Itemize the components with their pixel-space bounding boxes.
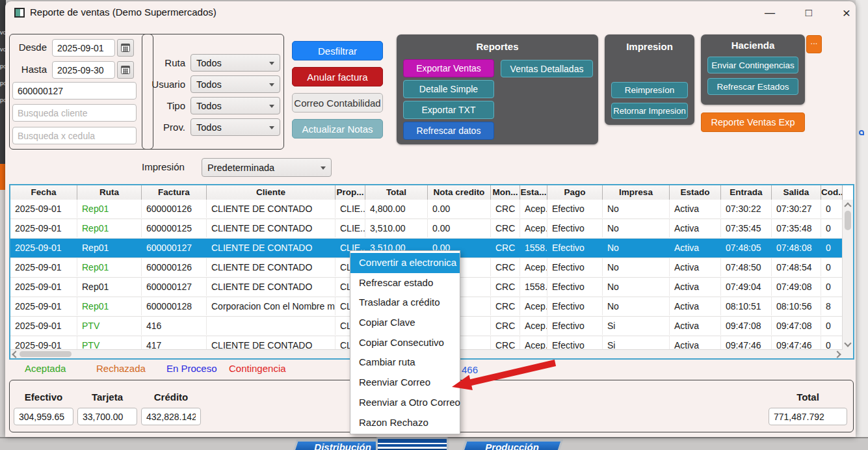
anular-factura-button[interactable]: Anular factura	[292, 67, 383, 86]
impresion-combo[interactable]: Predeterminada	[202, 158, 332, 177]
exportar-ventas-button[interactable]: Exportar Ventas	[403, 59, 494, 77]
table-cell: 600000127	[142, 278, 207, 296]
retornar-impresion-button[interactable]: Retornar Impresion	[611, 103, 688, 119]
table-header-row: FechaRutaFacturaClienteProp...TotalNota …	[10, 185, 853, 200]
column-header[interactable]: Factura	[142, 185, 207, 200]
context-menu-item[interactable]: Reenviar Correo	[350, 373, 460, 393]
table-cell: Si	[603, 317, 670, 335]
scroll-down-icon[interactable]	[844, 339, 851, 347]
detalle-simple-button[interactable]: Detalle Simple	[403, 80, 494, 98]
table-cell: Acep...	[520, 258, 547, 276]
column-header[interactable]: Esta...	[520, 185, 547, 200]
horizontal-scrollbar-thumb[interactable]	[20, 351, 72, 357]
refrescar-estados-button[interactable]: Refrescar Estados	[707, 78, 798, 95]
column-header[interactable]: Total	[365, 185, 428, 200]
calendar-icon	[121, 66, 130, 74]
vertical-scrollbar[interactable]	[842, 200, 853, 350]
tarjeta-total-input[interactable]	[77, 408, 137, 425]
credito-total-input[interactable]	[141, 408, 201, 425]
more-button[interactable]: ...	[806, 35, 822, 53]
exportar-txt-button[interactable]: Exportar TXT	[403, 101, 494, 119]
column-header[interactable]: Fecha	[10, 185, 77, 200]
reportes-panel: Reportes Exportar Ventas Ventas Detallad…	[397, 34, 598, 144]
table-row[interactable]: 2025-09-01Rep01600000126CLIENTE DE CONTA…	[10, 200, 853, 219]
hasta-label: Hasta	[16, 64, 47, 75]
column-header[interactable]: Impresa	[603, 185, 670, 200]
company-logo	[376, 437, 449, 450]
column-header[interactable]: Mon...	[491, 185, 520, 200]
context-menu-item[interactable]: Cambiar ruta	[350, 352, 460, 373]
combo-tipo[interactable]: Todos	[191, 97, 280, 114]
reporte-ventas-exp-button[interactable]: Reporte Ventas Exp	[701, 112, 805, 132]
hasta-input[interactable]	[52, 61, 115, 79]
total-label: Total	[769, 391, 847, 403]
desde-calendar-button[interactable]	[117, 39, 134, 57]
table-cell: Efectivo	[547, 317, 603, 335]
table-cell: CRC	[491, 317, 520, 335]
table-cell: Acep...	[520, 297, 547, 315]
column-header[interactable]: Ruta	[77, 185, 142, 200]
factura-search-input[interactable]	[12, 82, 137, 99]
combo-prov[interactable]: Todos	[191, 118, 280, 136]
column-header[interactable]: Cod...	[821, 185, 843, 200]
table-cell: 2025-09-01	[10, 258, 77, 276]
table-cell: 2025-09-01	[10, 219, 77, 237]
scroll-left-icon[interactable]	[12, 351, 19, 358]
reimpresion-button[interactable]: Reimpresíon	[611, 82, 688, 98]
scroll-up-icon[interactable]	[844, 202, 851, 209]
total-input[interactable]	[769, 408, 847, 425]
context-menu-item[interactable]: Reenviar a Otro Correo	[350, 393, 460, 413]
hasta-calendar-button[interactable]	[117, 61, 134, 79]
desde-input[interactable]	[52, 39, 115, 57]
table-cell: No	[603, 278, 670, 296]
close-button[interactable]: ×	[835, 5, 858, 21]
column-header[interactable]: Prop...	[335, 185, 365, 200]
context-menu-item[interactable]: Convertir a electronica	[350, 253, 460, 273]
table-cell: 0	[821, 278, 843, 296]
actualizar-notas-button[interactable]: Actualizar Notas	[292, 119, 383, 139]
table-cell: 07:48:08	[772, 239, 821, 257]
table-cell: Rep01	[77, 278, 142, 296]
correo-contabilidad-button[interactable]: Correo Contabilidad	[292, 93, 383, 112]
context-menu-item[interactable]: Trasladar a crédito	[350, 293, 460, 313]
column-header[interactable]: Cliente	[207, 185, 335, 200]
ventas-detalladas-button[interactable]: Ventas Detalladas	[501, 60, 593, 77]
table-cell: CLIENTE DE CONTADO	[207, 200, 335, 218]
table-cell: 07:35:48	[772, 219, 821, 237]
minimize-button[interactable]: —	[759, 5, 781, 21]
table-cell: CLIENTE DE CONTADO	[207, 258, 335, 276]
table-cell: Activa	[670, 239, 721, 257]
table-cell: Efectivo	[547, 239, 603, 257]
context-menu-item[interactable]: Copiar Consecutivo	[350, 333, 460, 353]
context-menu-item[interactable]: Razon Rechazo	[350, 413, 460, 433]
table-cell: Efectivo	[547, 278, 603, 296]
column-header[interactable]: Estado	[670, 185, 721, 200]
table-cell: Rep01	[77, 258, 142, 276]
efectivo-total-input[interactable]	[14, 408, 73, 425]
table-cell: Activa	[670, 317, 721, 335]
table-cell: 2025-09-01	[10, 200, 77, 218]
cedula-search-input[interactable]	[12, 127, 137, 144]
table-cell: Acep...	[520, 317, 547, 335]
cliente-search-input[interactable]	[12, 104, 137, 122]
column-header[interactable]: Pago	[547, 185, 603, 200]
column-header[interactable]: Nota credito	[428, 185, 491, 200]
refrescar-datos-button[interactable]: Refrescar datos	[403, 122, 494, 140]
table-row[interactable]: 2025-09-01Rep01600000125CLIENTE DE CONTA…	[10, 219, 853, 239]
desfiltrar-button[interactable]: Desfiltrar	[292, 41, 383, 60]
column-header[interactable]: Salida	[772, 185, 821, 200]
impresion-combo-value: Predeterminada	[207, 163, 274, 173]
column-header[interactable]: Entrada	[721, 185, 772, 200]
maximize-button[interactable]: □	[798, 5, 820, 21]
table-cell: Activa	[670, 297, 721, 315]
table-cell: No	[603, 219, 670, 237]
table-cell: CLIENTE DE CONTADO	[207, 278, 335, 296]
vertical-scrollbar-thumb[interactable]	[845, 211, 851, 230]
scroll-right-icon[interactable]	[834, 351, 841, 358]
enviar-contingencias-button[interactable]: Enviar Contingencias	[707, 57, 798, 73]
combo-ruta[interactable]: Todos	[191, 54, 280, 72]
context-menu-item[interactable]: Refrescar estado	[350, 273, 460, 293]
context-menu-item[interactable]: Copiar Clave	[350, 313, 460, 333]
combo-usuario[interactable]: Todos	[191, 75, 280, 93]
efectivo-label: Efectivo	[14, 391, 73, 403]
